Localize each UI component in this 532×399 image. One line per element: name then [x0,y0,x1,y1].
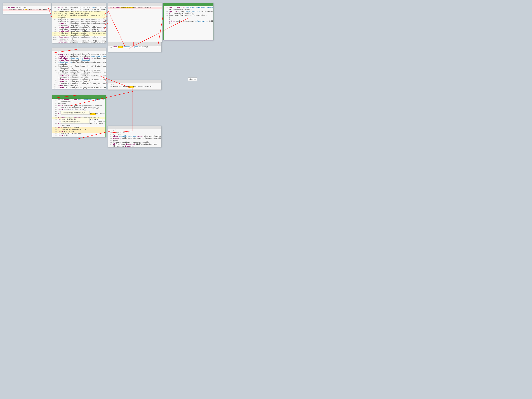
window-bindfailureanalyzer[interactable]: BindFailureAnalyzer.class × 1/** 40// an… [108,126,161,147]
window-close-abstractfailureanalyzer[interactable]: × [103,96,104,98]
window-springbootexception[interactable]: SpringBootExceptionReporter.class × 51bo… [108,3,162,42]
line-number: 60 [53,123,58,125]
window-close-failureanalysisreporter-top[interactable]: × [159,43,160,45]
line-content: boolean reportException(Throwable failur… [113,7,162,9]
line-number: 107 [53,87,57,89]
line-number: 62 [53,129,58,131]
window-close-sb2[interactable]: × [49,3,50,5]
line-content: Collection<SpringBootExceptionReporter> … [57,9,106,11]
line-number: 103 [53,83,57,85]
window-close-failureanalyzer[interactable]: × [159,81,160,82]
line-number [108,145,113,147]
line-content: Throwable rootCause = cause.getCause(); [113,141,161,143]
line-content: public void report(FailureAnalysis failu… [169,11,213,13]
line-content: handleRunFailure(context, ex, exceptionR… [57,19,106,20]
line-number: 40 [108,132,113,133]
window-springapplication[interactable]: SpringApplication.class × 295 public Con… [52,3,106,43]
line-content: FailureAnalysis analysis = analyze(failu… [57,83,106,85]
line-number: 1 [53,51,57,53]
window-close-springbootexception[interactable]: × [160,3,161,5]
line-number: 68 [53,137,58,137]
window-failureanalyzer[interactable]: FailureAnalyzer.class × 2/** 35 FailureA… [108,80,161,90]
line-content: private FailureAnalysis analyze(Throwabl… [57,87,106,89]
line-content: class BindFailureAnalyzer extends Abstra… [113,135,161,137]
line-number [53,101,58,103]
line-content: failure = failure.getCause(); [58,133,105,134]
window-close-springapp[interactable]: × [103,3,105,5]
window-close-bindfailureanalyzer[interactable]: × [159,126,160,128]
line-content: this.classLoader = (classLoader != null)… [57,65,106,67]
line-number: 38 [164,7,169,9]
line-content: if (type.isInstance(failure)) { [58,129,105,131]
line-content: for (SpringBootExceptionReporter reporte… [57,32,106,34]
line-number: 44 [164,13,169,14]
window-title-springapp: SpringApplication.class [54,3,72,5]
window-title-springbootexception: SpringBootExceptionReporter.class [109,3,137,5]
line-content: if (rootCause instanceof BindValidationE… [113,143,161,145]
line-number [164,19,169,20]
line-number [53,24,57,26]
line-number: 44 [53,111,58,113]
line-number [53,73,57,75]
line-number: 56 [53,119,58,121]
line-content: final class FailureAnalyzers implements … [57,57,106,59]
window-title-loggingfailure: LoggingFailureAnalysisReporter.class [165,3,195,5]
line-number: 88 [53,79,57,81]
line-number: 63 [53,131,58,133]
line-number: 2 [108,84,113,86]
line-number: 47 [108,143,113,145]
window-loggingfailure[interactable]: LoggingFailureAnalysisReporter.class × 3… [163,3,213,40]
window-failureanalyzers[interactable]: FailureAnalyzers.class × 1/** 26import o… [52,48,106,89]
line-number [164,17,169,19]
line-content: } [58,137,105,137]
line-content: <?> parameterTypes/Object... args) { [57,24,105,26]
line-content [58,115,105,117]
line-number: 797 [53,28,57,30]
window-sb2application[interactable]: Sb2Application.java × 1 package com.mooc… [3,3,51,14]
line-number: 812 [53,34,57,36]
line-number: 61 [53,127,58,129]
line-content: FailureAnalysis analyze(Throwable failur… [113,86,161,88]
line-number: 62 [53,61,57,63]
line-number: 787 [53,26,57,28]
line-content: context); [57,17,105,19]
line-number: 33 [53,107,58,109]
line-content: public FailureAnalysis analyze(Throwable… [58,105,105,107]
line-number: 1213 [53,42,57,43]
window-title-abstractfailureanalyzer: AbstractFailureAnalyzer.class [54,96,77,98]
line-content: new Class[] { ConfigurableApplicationCon… [57,14,106,17]
line-number: 322 [53,19,57,20]
line-number: 66 [53,69,57,71]
line-number [53,67,57,69]
line-number: 46 [108,141,113,143]
source-label: Source [188,77,197,81]
line-content: if (logger.isInfoEnabled()) { [169,13,213,14]
line-content: package com.mooc.sb2; [8,7,51,9]
window-close-loggingfailure[interactable]: × [211,3,212,5]
line-content: private void prepareAnalyzer(Configurabl… [57,79,106,81]
line-number: 26 [53,53,57,55]
window-close-failureanalyzers[interactable]: × [103,48,105,50]
line-number: 29 [53,99,58,101]
line-number: 51 [108,7,113,9]
line-content: List<String> analyzerNames = SpringFacto… [57,71,106,73]
line-content: 32 [53,105,58,107]
line-number: 43 [108,135,113,137]
line-content: protected FailureAnalysis analyze(Throwa… [113,137,161,139]
window-failureanalysisreporter-top[interactable]: FailureAnalysisReporter.class × 32 void … [108,42,161,52]
line-content: import org.springframework.beans.factory… [57,53,106,55]
line-number: 48 [53,115,58,117]
line-content: FailureAnalysisReporter { [169,9,213,11]
line-content: void report(FailureAnalysis analysis); [113,46,161,48]
window-abstractfailureanalyzer[interactable]: AbstractFailureAnalyzer.class × 29public… [52,95,106,137]
line-number [53,125,58,127]
line-number: 811 [53,32,57,34]
line-number: 47 [53,113,58,115]
line-content: private final ClassLoader classLoader; [57,59,105,61]
line-number: 31 [53,103,58,105]
line-number: 309 [53,11,57,13]
line-content: exceptionReporters = getSpringFactoriesI… [57,11,105,13]
line-number: 35 [108,86,113,88]
line-content: public static ConfigurableApplicationCon… [57,36,106,38]
tooltip-2: 实际上就是返回异常，我初始化解析的异常类型 [61,118,90,124]
